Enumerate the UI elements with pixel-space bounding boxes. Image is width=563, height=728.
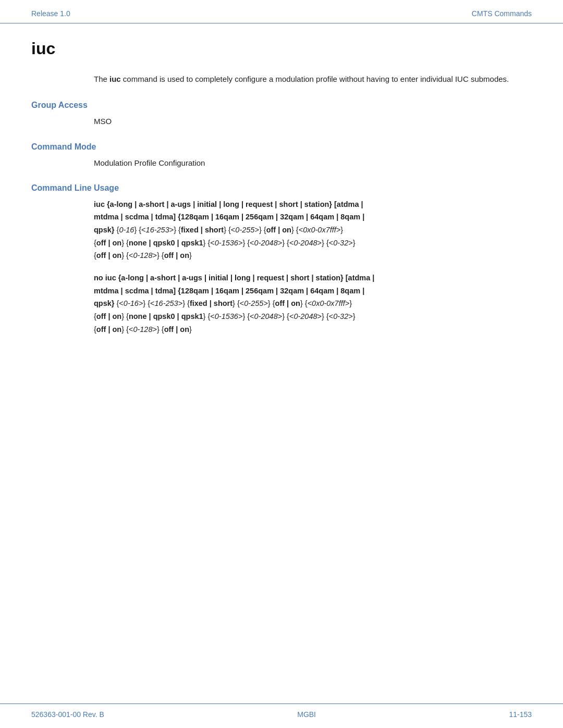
description-intro: The [94,75,109,83]
description: The iuc command is used to completely co… [94,73,532,85]
description-command: iuc [109,75,121,83]
footer-company: MGBI [297,710,316,719]
footer-doc-number: 526363-001-00 Rev. B [31,710,104,719]
command-mode-heading: Command Mode [31,142,532,152]
command-2: no iuc {a-long | a-short | a-ugs | initi… [94,272,532,336]
header-section: CMTS Commands [472,9,532,18]
description-text: command is used to completely configure … [121,75,509,83]
command-mode-content: Modulation Profile Configuration [94,157,532,169]
footer-page-number: 11-153 [509,710,532,719]
section-command-line-usage: Command Line Usage iuc {a-long | a-short… [31,183,532,336]
section-command-mode: Command Mode Modulation Profile Configur… [31,142,532,169]
command-block: iuc {a-long | a-short | a-ugs | initial … [94,198,532,336]
page-title: iuc [31,39,532,58]
group-access-heading: Group Access [31,101,532,110]
group-access-content: MSO [94,115,532,127]
section-group-access: Group Access MSO [31,101,532,127]
command-1: iuc {a-long | a-short | a-ugs | initial … [94,198,532,262]
main-content: iuc The iuc command is used to completel… [0,39,563,336]
command-line-usage-heading: Command Line Usage [31,183,532,193]
page-footer: 526363-001-00 Rev. B MGBI 11-153 [0,704,563,728]
page-container: Release 1.0 CMTS Commands iuc The iuc co… [0,0,563,728]
page-header: Release 1.0 CMTS Commands [0,0,563,23]
header-release: Release 1.0 [31,9,70,18]
